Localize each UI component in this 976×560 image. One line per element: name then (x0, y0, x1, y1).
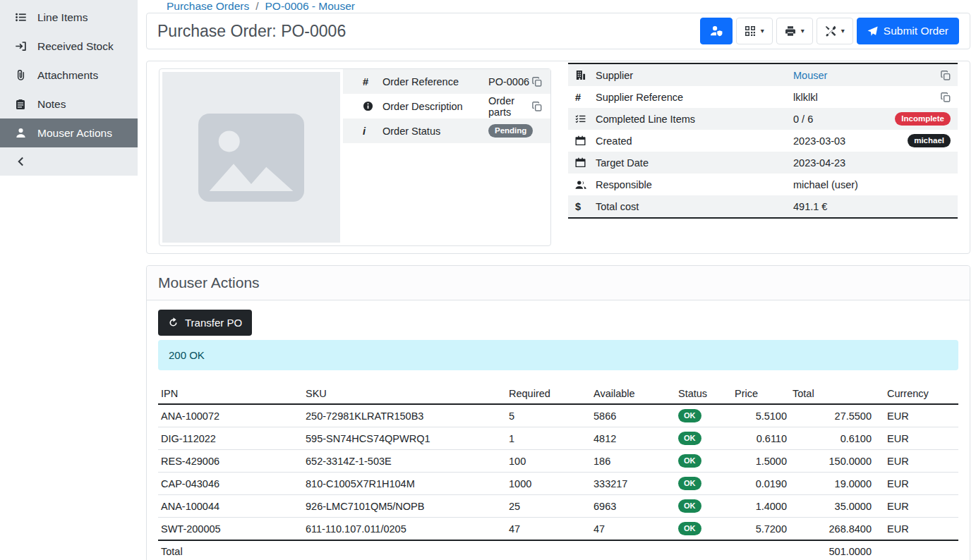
calendar-icon (575, 157, 596, 168)
user-shield-icon (710, 25, 723, 37)
table-row: ANA-100072 250-72981KLRATR150B3 5 5866 O… (158, 404, 958, 427)
table-row: SWT-200005 611-110.107.011/0205 47 47 OK… (158, 518, 958, 541)
sidebar-item-received-stock[interactable]: Received Stock (0, 32, 138, 61)
cell-price: 1.4000 (732, 495, 790, 518)
panel-header: Mouser Actions (147, 266, 970, 300)
issue-order-button[interactable] (700, 18, 733, 44)
panel-body: Transfer PO 200 OK IPN SKU Required Avai… (147, 300, 970, 560)
cell-currency: EUR (874, 495, 958, 518)
panel-title: Mouser Actions (158, 274, 958, 291)
transfer-po-label: Transfer PO (185, 317, 242, 329)
cell-required: 1 (506, 427, 591, 450)
column-header-price: Price (732, 384, 790, 404)
cell-currency: EUR (874, 518, 958, 541)
cell-ipn: RES-429006 (158, 450, 303, 473)
row-label: Responsible (596, 179, 793, 190)
refresh-icon (168, 317, 179, 328)
order-actions-button[interactable]: ▾ (817, 18, 853, 44)
main-content: Purchase Orders / PO-0006 - Mouser Purch… (138, 0, 976, 560)
submit-order-button[interactable]: Submit Order (857, 18, 959, 44)
cell-available: 4812 (591, 427, 675, 450)
order-status-row: i Order Status Pending (343, 118, 550, 143)
sidebar-item-label: Notes (37, 98, 66, 111)
order-image-placeholder (162, 72, 340, 243)
dollar-icon: $ (575, 201, 596, 212)
sidebar-item-line-items[interactable]: Line Items (0, 3, 138, 32)
submit-order-label: Submit Order (884, 25, 948, 37)
cell-price: 0.6110 (732, 427, 790, 450)
copy-icon[interactable] (941, 71, 951, 80)
info-icon: i (363, 126, 382, 137)
barcode-actions-button[interactable]: ▾ (736, 18, 773, 44)
user-badge: michael (908, 134, 951, 148)
breadcrumb-link-purchase-orders[interactable]: Purchase Orders (167, 0, 249, 13)
copy-icon[interactable] (532, 102, 542, 111)
cell-ipn: SWT-200005 (158, 518, 303, 541)
cell-required: 25 (506, 495, 591, 518)
cell-sku: 926-LMC7101QM5/NOPB (303, 495, 506, 518)
transfer-po-button[interactable]: Transfer PO (158, 310, 252, 336)
mouser-line-items-table: IPN SKU Required Available Status Price … (158, 384, 958, 560)
sidebar-collapse-button[interactable] (0, 147, 138, 176)
row-label: Completed Line Items (596, 114, 793, 125)
cell-required: 47 (506, 518, 591, 541)
row-value: michael (user) (793, 179, 951, 190)
ok-badge: OK (678, 432, 701, 445)
total-cost-row: $ Total cost 491.1 € (568, 195, 958, 217)
sidebar-item-attachments[interactable]: Attachments (0, 61, 138, 90)
row-value: PO-0006 (488, 76, 532, 87)
send-icon (867, 26, 878, 37)
sidebar-item-notes[interactable]: Notes (0, 90, 138, 118)
print-actions-button[interactable]: ▾ (776, 18, 813, 44)
order-details-panel: # Order Reference PO-0006 Order Descript… (146, 61, 970, 254)
cell-total: 268.8400 (790, 518, 874, 541)
cell-currency: EUR (874, 427, 958, 450)
tools-icon (825, 25, 836, 37)
status-badge: Pending (488, 124, 533, 138)
copy-icon[interactable] (941, 92, 951, 102)
cell-available: 6963 (591, 495, 675, 518)
row-label: Target Date (596, 157, 793, 169)
cell-available: 47 (591, 518, 675, 541)
table-row: DIG-112022 595-SN74HCS74QPWRQ1 1 4812 OK… (158, 427, 958, 450)
column-header-currency: Currency (874, 384, 958, 404)
created-row: Created 2023-03-03 michael (568, 130, 958, 152)
row-label: Order Status (382, 126, 488, 137)
footer-total-label: Total (158, 540, 303, 560)
sidebar-item-label: Received Stock (37, 40, 114, 53)
row-label: Created (596, 135, 793, 147)
supplier-row: Supplier Mouser (568, 64, 958, 86)
sidebar-item-label: Line Items (37, 11, 88, 24)
cell-available: 5866 (591, 404, 675, 427)
cell-sku: 611-110.107.011/0205 (303, 518, 506, 541)
column-header-total: Total (790, 384, 874, 404)
breadcrumb-separator: / (255, 0, 258, 13)
paperclip-icon (15, 69, 27, 81)
sidebar-list: Line Items Received Stock Attachments No… (0, 0, 138, 176)
sidebar-item-label: Attachments (37, 69, 98, 82)
toolbar: ▾ ▾ ▾ Submit Order (700, 18, 959, 44)
table-row: RES-429006 652-3314Z-1-503E 100 186 OK 1… (158, 450, 958, 473)
cell-total: 0.6100 (790, 427, 874, 450)
qr-code-icon (745, 25, 756, 37)
row-value: Order parts (488, 95, 532, 118)
supplier-link[interactable]: Mouser (793, 70, 827, 81)
row-value: 2023-04-23 (793, 157, 951, 169)
caret-down-icon: ▾ (841, 28, 845, 35)
table-header-row: IPN SKU Required Available Status Price … (158, 384, 958, 404)
sidebar-item-mouser-actions[interactable]: Mouser Actions (0, 118, 138, 147)
ok-badge: OK (678, 454, 701, 468)
target-date-row: Target Date 2023-04-23 (568, 152, 958, 174)
incomplete-badge: Incomplete (895, 112, 951, 126)
cell-required: 5 (506, 404, 591, 427)
cell-currency: EUR (874, 404, 958, 427)
column-header-required: Required (506, 384, 591, 404)
info-circle-icon (363, 101, 382, 111)
order-summary-card: # Order Reference PO-0006 Order Descript… (159, 68, 551, 246)
cell-required: 1000 (506, 473, 591, 495)
hash-icon: # (575, 92, 596, 103)
breadcrumb-link-current-order[interactable]: PO-0006 - Mouser (265, 0, 355, 13)
copy-icon[interactable] (532, 77, 542, 87)
cell-sku: 595-SN74HCS74QPWRQ1 (303, 427, 506, 450)
table-row: CAP-043046 810-C1005X7R1H104M 1000 33321… (158, 473, 958, 495)
